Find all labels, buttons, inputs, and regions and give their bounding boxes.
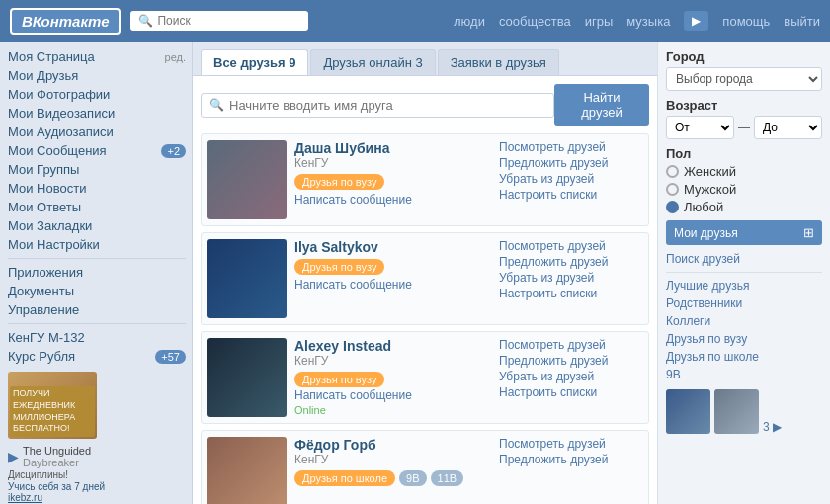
friend-tags-2: Друзья по вузу (294, 372, 491, 386)
nav-logout[interactable]: выйти (784, 14, 820, 29)
friend-photo-3[interactable] (208, 437, 287, 504)
sidebar-item-apps[interactable]: Приложения (8, 263, 192, 282)
friend-action-remove-0[interactable]: Убрать из друзей (499, 172, 642, 186)
player-site[interactable]: ikebz.ru (8, 492, 192, 503)
find-friends-button[interactable]: Найти друзей (554, 84, 649, 126)
my-friends-button[interactable]: Мои друзья ⊞ (666, 220, 822, 245)
friend-name-0[interactable]: Даша Шубина (294, 140, 491, 156)
friend-tag-2[interactable]: Друзья по вузу (294, 372, 384, 387)
friend-action-suggest-2[interactable]: Предложить друзей (499, 354, 642, 368)
sidebar-item-ruble[interactable]: Курс Рубля +57 (8, 347, 192, 366)
friend-tag-1[interactable]: Друзья по вузу (294, 259, 384, 275)
nav-music[interactable]: музыка (626, 14, 670, 29)
tab-online-friends[interactable]: Друзья онлайн 3 (310, 49, 435, 75)
right-link-university[interactable]: Друзья по вузу (666, 330, 822, 348)
sidebar-item-bookmarks[interactable]: Мои Закладки (8, 216, 192, 235)
friend-photo-1[interactable] (208, 239, 287, 318)
sidebar-divider-2 (8, 323, 186, 324)
friend-info-0: Даша Шубина КенГУ Друзья по вузу Написат… (294, 140, 491, 207)
nav-help[interactable]: помощь (722, 14, 770, 29)
sidebar-item-kengu[interactable]: КенГУ М-132 (8, 328, 192, 347)
sidebar-item-management[interactable]: Управление (8, 300, 192, 319)
player-title: The Unguided (23, 445, 91, 457)
friend-search-icon: 🔍 (209, 98, 224, 112)
right-link-9v[interactable]: 9В (666, 366, 822, 383)
friend-tag3-num1[interactable]: 9В (399, 470, 426, 486)
sidebar-item-answers[interactable]: Мои Ответы (8, 198, 192, 216)
right-link-best[interactable]: Лучшие друзья (666, 277, 822, 294)
nav-games[interactable]: игры (585, 14, 614, 29)
friend-info-1: Ilya Saltykov Друзья по вузу Написать со… (294, 239, 491, 292)
right-link-search[interactable]: Поиск друзей (666, 250, 822, 268)
gender-female[interactable]: Женский (666, 164, 822, 179)
friend-name-1[interactable]: Ilya Saltykov (294, 239, 491, 255)
gender-male[interactable]: Мужской (666, 182, 822, 197)
friend-action-view-3[interactable]: Посмотреть друзей (499, 437, 642, 451)
friend-message-1[interactable]: Написать сообщение (294, 278, 491, 292)
friend-tag3-num2[interactable]: 11В (431, 470, 464, 486)
friend-action-lists-0[interactable]: Настроить списки (499, 188, 642, 202)
city-select[interactable]: Выбор города (666, 67, 822, 91)
right-mini-photos: 3 ▶ (666, 389, 822, 434)
friend-action-view-2[interactable]: Посмотреть друзей (499, 338, 642, 352)
friend-tags-0: Друзья по вузу (294, 174, 491, 189)
friend-action-remove-1[interactable]: Убрать из друзей (499, 271, 642, 285)
player-extra-text: Дисциплины! (8, 469, 192, 480)
sidebar-item-photos[interactable]: Мои Фотографии (8, 85, 192, 104)
sidebar-item-docs[interactable]: Документы (8, 282, 192, 300)
sidebar-item-my-page[interactable]: Моя Страница ред. (8, 47, 192, 66)
right-count[interactable]: 3 ▶ (763, 420, 782, 434)
friend-action-lists-2[interactable]: Настроить списки (499, 385, 642, 399)
radio-any (666, 201, 679, 213)
friend-online-2: Online (294, 404, 491, 416)
age-to-select[interactable]: До (754, 116, 822, 139)
sidebar-promo[interactable]: ПОЛУЧИ ЕЖЕДНЕВНИК МИЛЛИОНЕРА БЕСПЛАТНО! (10, 386, 95, 437)
sidebar-player: ▶ The Unguided Daybreaker (8, 445, 192, 468)
right-link-relatives[interactable]: Родственники (666, 294, 822, 312)
sidebar-item-settings[interactable]: Мои Настройки (8, 235, 192, 254)
friend-tag-3[interactable]: Друзья по школе (294, 470, 395, 486)
sidebar-item-audio[interactable]: Мои Аудиозаписи (8, 123, 192, 141)
my-friends-icon: ⊞ (803, 225, 814, 240)
play-icon[interactable]: ▶ (8, 449, 19, 464)
tab-all-friends[interactable]: Все друзья 9 (201, 49, 308, 75)
logo[interactable]: ВКонтакте (10, 8, 121, 35)
tab-requests[interactable]: Заявки в друзья (438, 49, 559, 75)
sidebar-item-groups[interactable]: Мои Группы (8, 160, 192, 179)
sidebar-item-news[interactable]: Мои Новости (8, 179, 192, 198)
friend-photo-0[interactable] (208, 140, 287, 219)
friend-name-3[interactable]: Фёдор Горб (294, 437, 491, 453)
friend-name-2[interactable]: Alexey Instead (294, 338, 491, 354)
nav-more-button[interactable]: ▶ (684, 11, 708, 31)
friend-action-suggest-3[interactable]: Предложить друзей (499, 453, 642, 466)
right-mini-photo-1[interactable] (666, 389, 710, 434)
sidebar-item-friends[interactable]: Мои Друзья (8, 66, 192, 85)
age-from-select[interactable]: От (666, 116, 734, 139)
friends-search-row: 🔍 Найти друзей (201, 84, 649, 126)
gender-any[interactable]: Любой (666, 200, 822, 214)
sidebar-item-videos[interactable]: Мои Видеозаписи (8, 104, 192, 123)
tabs-bar: Все друзья 9 Друзья онлайн 3 Заявки в др… (193, 42, 657, 76)
friend-message-2[interactable]: Написать сообщение (294, 388, 491, 402)
friend-action-lists-1[interactable]: Настроить списки (499, 287, 642, 300)
nav-communities[interactable]: сообщества (499, 14, 571, 29)
friend-action-suggest-0[interactable]: Предложить друзей (499, 156, 642, 170)
right-link-colleagues[interactable]: Коллеги (666, 312, 822, 330)
friend-tag-0[interactable]: Друзья по вузу (294, 174, 384, 190)
right-link-school[interactable]: Друзья по школе (666, 348, 822, 366)
search-input[interactable] (157, 14, 286, 28)
sidebar-item-messages[interactable]: Мои Сообщения +2 (8, 141, 192, 160)
right-mini-photo-2[interactable] (714, 389, 759, 434)
center-content: Все друзья 9 Друзья онлайн 3 Заявки в др… (193, 42, 657, 504)
friend-action-view-1[interactable]: Посмотреть друзей (499, 239, 642, 253)
friend-message-0[interactable]: Написать сообщение (294, 193, 491, 207)
friend-photo-2[interactable] (208, 338, 287, 417)
friend-action-suggest-1[interactable]: Предложить друзей (499, 255, 642, 269)
ruble-badge: +57 (155, 350, 186, 364)
friend-action-remove-2[interactable]: Убрать из друзей (499, 370, 642, 383)
friend-search-input[interactable] (229, 98, 545, 113)
nav-people[interactable]: люди (454, 14, 485, 29)
nav-links: люди сообщества игры музыка ▶ помощь вый… (454, 11, 820, 31)
friend-actions-1: Посмотреть друзей Предложить друзей Убра… (499, 239, 642, 300)
friend-action-view-0[interactable]: Посмотреть друзей (499, 140, 642, 154)
